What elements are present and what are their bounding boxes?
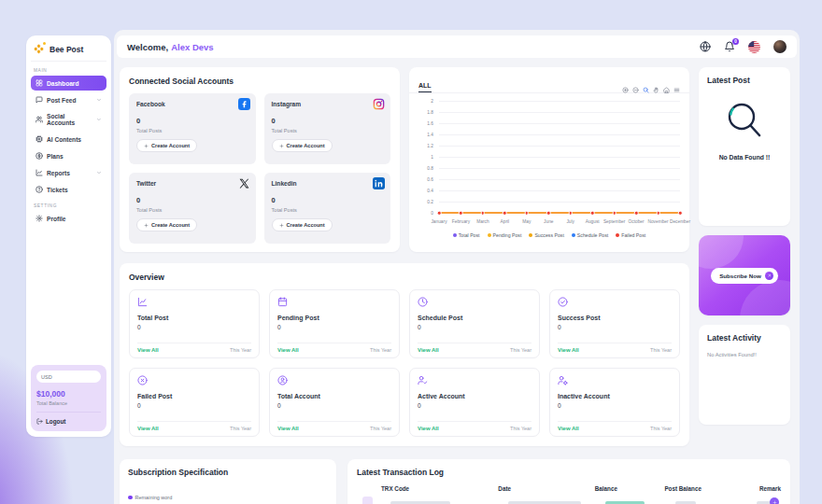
column-header-balance: Balance: [595, 485, 665, 492]
sidebar-item-post-feed[interactable]: Post Feed: [31, 92, 106, 107]
total-posts-value: 0: [136, 196, 248, 204]
overview-card-total-account: Total Account0View AllThis Year: [269, 368, 400, 437]
total-posts-value: 0: [272, 117, 384, 125]
view-all-link[interactable]: View All: [418, 347, 439, 353]
selection-zoom-icon[interactable]: [643, 87, 649, 93]
transaction-row: [357, 496, 781, 504]
sidebar-item-dashboard[interactable]: Dashboard: [31, 76, 106, 91]
total-balance-label: Total Balance: [36, 400, 101, 413]
x-tick-label: October: [629, 219, 645, 224]
legend-item-total-post[interactable]: Total Post: [453, 232, 480, 238]
arrow-up-right-icon: [765, 272, 773, 280]
sidebar: Bee Post MAIN DashboardPost FeedSocial A…: [26, 35, 111, 437]
view-all-link[interactable]: View All: [277, 426, 299, 431]
view-all-link[interactable]: View All: [558, 426, 579, 431]
trend-chart-icon: [137, 297, 148, 307]
x-tick-label: December: [670, 219, 690, 224]
overview-title: Overview: [129, 273, 680, 282]
create-account-button[interactable]: Create Account: [136, 218, 197, 231]
no-data-text: No Data Found !!: [707, 154, 782, 161]
overview-value: 0: [137, 402, 251, 409]
menu-icon[interactable]: [673, 87, 680, 93]
gridline: [439, 112, 680, 113]
sidebar-item-reports[interactable]: Reports: [31, 165, 106, 180]
transaction-icon: [362, 497, 373, 504]
create-account-button[interactable]: Create Account: [136, 139, 197, 152]
legend-item-pending-post[interactable]: Pending Post: [488, 232, 522, 238]
y-tick-label: 0.6: [427, 177, 433, 182]
subscribe-now-button[interactable]: Subscribe Now: [711, 268, 778, 284]
bell-icon[interactable]: 0: [724, 41, 735, 52]
column-header-trx-code: TRX Code: [381, 485, 498, 492]
overview-card-active-account: Active Account0View AllThis Year: [409, 368, 540, 437]
overview-card-schedule-post: Schedule Post0View AllThis Year: [409, 289, 540, 358]
y-tick-label: 0.2: [427, 200, 433, 204]
overview-value: 0: [277, 324, 391, 330]
latest-post-card: Latest Post No Data Found !!: [699, 67, 790, 226]
total-posts-value: 0: [136, 117, 248, 125]
transaction-action-button[interactable]: [770, 497, 779, 504]
tab-all[interactable]: ALL: [418, 82, 432, 92]
x-tick-label: January: [431, 219, 446, 224]
sidebar-item-social-accounts[interactable]: Social Accounts: [31, 109, 106, 130]
sidebar-item-plans[interactable]: Plans: [31, 148, 106, 163]
total-posts-label: Total Posts: [272, 128, 384, 133]
period-label: This Year: [650, 347, 672, 353]
chevron-down-icon: [96, 117, 102, 122]
pan-icon[interactable]: [653, 87, 659, 93]
sidebar-item-profile[interactable]: Profile: [31, 211, 106, 226]
view-all-link[interactable]: View All: [418, 426, 439, 431]
plans-icon: [35, 152, 43, 160]
view-all-link[interactable]: View All: [277, 347, 299, 353]
overview-card-pending-post: Pending Post0View AllThis Year: [269, 289, 400, 358]
view-all-link[interactable]: View All: [137, 347, 159, 353]
period-label: This Year: [370, 426, 391, 431]
legend-item-failed-post[interactable]: Failed Post: [616, 232, 645, 238]
legend-item-schedule-post[interactable]: Schedule Post: [572, 232, 608, 238]
main-panel: Welcome,Alex Devs 0 Connected Social Acc…: [114, 30, 800, 504]
sidebar-nav-setting: Profile: [31, 211, 106, 226]
gridline: [439, 179, 680, 180]
create-account-button[interactable]: Create Account: [272, 218, 333, 231]
latest-activity-title: Latest Activity: [707, 333, 782, 343]
check-circle-icon: [558, 297, 568, 307]
gridline: [439, 134, 680, 135]
logout-button[interactable]: Logout: [36, 418, 101, 425]
period-label: This Year: [510, 347, 531, 353]
plus-icon: [279, 223, 284, 228]
view-all-link[interactable]: View All: [558, 347, 579, 353]
transaction-table-header: TRX CodeDateBalancePost BalanceRemark: [357, 485, 781, 492]
total-posts-value: 0: [272, 196, 384, 204]
overview-card-success-post: Success Post0View AllThis Year: [549, 289, 680, 358]
user-avatar[interactable]: [773, 40, 787, 53]
top-header: Welcome,Alex Devs 0: [117, 35, 797, 58]
transaction-log-title: Latest Transaction Log: [357, 468, 781, 477]
legend-item-success-post[interactable]: Success Post: [529, 232, 563, 238]
notification-badge: 0: [732, 38, 739, 45]
column-header-date: Date: [498, 485, 594, 492]
view-all-link[interactable]: View All: [137, 426, 159, 431]
x-tick-label: May: [522, 219, 531, 224]
chart-y-axis: 21.81.61.41.210.80.60.40.20: [418, 101, 437, 213]
post-feed-icon: [35, 96, 43, 104]
currency-select[interactable]: USD: [36, 371, 101, 383]
sidebar-item-tickets[interactable]: Tickets: [31, 182, 106, 197]
user-check-icon: [418, 375, 428, 385]
chevron-down-icon: [96, 170, 102, 175]
gridline: [439, 157, 680, 158]
legend-dot: [616, 233, 619, 237]
zoom-out-icon[interactable]: [632, 87, 639, 93]
us-flag-icon[interactable]: [748, 41, 760, 53]
globe-icon[interactable]: [700, 41, 711, 52]
create-account-button[interactable]: Create Account: [272, 139, 333, 152]
header-actions: 0: [700, 40, 787, 53]
sidebar-nav-main: DashboardPost FeedSocial AccountsAI Cont…: [31, 76, 106, 197]
legend-dot: [128, 496, 133, 500]
instagram-icon: [373, 98, 385, 110]
home-icon[interactable]: [663, 87, 670, 93]
ai-contents-icon: [35, 135, 43, 143]
plus-icon: [144, 144, 149, 148]
sidebar-item-ai-contents[interactable]: AI Contents: [31, 132, 106, 147]
subscribe-banner: Subscribe Now: [699, 235, 790, 315]
zoom-in-icon[interactable]: [622, 87, 629, 93]
